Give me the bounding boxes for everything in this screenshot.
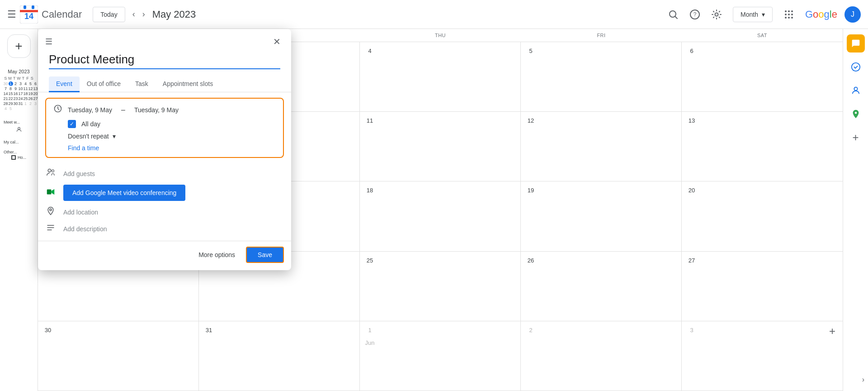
- tasks-check-icon[interactable]: [847, 58, 865, 76]
- holiday-cal-item[interactable]: Ho...: [8, 154, 30, 161]
- mini-day[interactable]: 30: [4, 81, 8, 86]
- mini-day[interactable]: 21: [4, 96, 8, 101]
- tab-appointment-slots[interactable]: Appointment slots: [156, 76, 220, 92]
- mini-day[interactable]: 12: [28, 86, 33, 91]
- tab-out-of-office[interactable]: Out of office: [80, 76, 128, 92]
- mini-day[interactable]: 26: [28, 96, 33, 101]
- day-number[interactable]: 1 Jun: [363, 324, 376, 337]
- day-number[interactable]: 25: [363, 254, 376, 267]
- prev-arrow-icon[interactable]: ‹: [129, 6, 139, 23]
- add-description-text[interactable]: Add description: [63, 225, 284, 233]
- scroll-right-icon[interactable]: ›: [862, 376, 864, 384]
- tab-event[interactable]: Event: [49, 76, 80, 92]
- mini-day[interactable]: 5: [28, 81, 33, 86]
- add-guests-text[interactable]: Add guests: [63, 170, 284, 177]
- mini-day[interactable]: 30: [14, 101, 18, 106]
- allday-checkbox[interactable]: [68, 120, 76, 128]
- settings-gear-icon[interactable]: [708, 5, 726, 24]
- add-location-text[interactable]: Add location: [63, 209, 284, 216]
- cal-cell-20[interactable]: 20: [682, 181, 843, 251]
- mini-day[interactable]: 15: [9, 91, 13, 96]
- cal-cell-13[interactable]: 13: [682, 112, 843, 181]
- add-event-plus-icon[interactable]: +: [829, 325, 835, 338]
- mini-day[interactable]: 14: [4, 91, 8, 96]
- mini-day[interactable]: 10: [19, 86, 23, 91]
- mini-day[interactable]: 23: [14, 96, 18, 101]
- cal-cell-12[interactable]: 12: [521, 112, 682, 181]
- mini-day[interactable]: 4: [24, 81, 28, 86]
- day-number[interactable]: 19: [524, 184, 537, 197]
- day-number[interactable]: 30: [42, 324, 54, 337]
- event-title-input[interactable]: Product Meeting: [49, 52, 280, 69]
- mini-day[interactable]: 16: [14, 91, 18, 96]
- add-widget-icon[interactable]: +: [847, 129, 865, 147]
- day-number[interactable]: 13: [685, 114, 698, 127]
- cal-cell-30[interactable]: 30: [38, 321, 199, 391]
- apps-grid-icon[interactable]: [780, 5, 798, 24]
- day-number[interactable]: 31: [203, 324, 215, 337]
- mini-day[interactable]: 2: [28, 101, 33, 106]
- mini-day[interactable]: 9: [14, 86, 18, 91]
- mini-day[interactable]: 11: [24, 86, 28, 91]
- modal-menu-icon[interactable]: ☰: [45, 37, 52, 47]
- next-arrow-icon[interactable]: ›: [139, 6, 149, 23]
- cal-cell-27[interactable]: 27: [682, 252, 843, 321]
- cal-cell-18[interactable]: 18: [360, 181, 521, 251]
- mini-day[interactable]: 6: [33, 81, 38, 86]
- mini-day[interactable]: 25: [24, 96, 28, 101]
- day-number[interactable]: 3: [685, 324, 698, 337]
- mini-day[interactable]: 31: [19, 101, 23, 106]
- view-selector[interactable]: Month ▾: [733, 7, 773, 22]
- date-start[interactable]: Tuesday, 9 May: [68, 106, 112, 114]
- chat-icon[interactable]: [847, 34, 865, 52]
- mini-day[interactable]: 29: [9, 101, 13, 106]
- today-button[interactable]: Today: [93, 7, 125, 22]
- day-number[interactable]: 26: [524, 254, 537, 267]
- hamburger-icon[interactable]: ☰: [7, 9, 16, 20]
- day-number[interactable]: 27: [685, 254, 698, 267]
- cal-cell-26[interactable]: 26: [521, 252, 682, 321]
- day-number[interactable]: 2: [524, 324, 537, 337]
- mini-day[interactable]: 4: [4, 106, 8, 111]
- cal-cell-5[interactable]: 5: [521, 42, 682, 111]
- day-number[interactable]: 6: [685, 45, 698, 57]
- mini-day[interactable]: 7: [4, 86, 8, 91]
- cal-cell-31[interactable]: 31: [199, 321, 360, 391]
- mini-day[interactable]: 3: [33, 101, 38, 106]
- contacts-icon[interactable]: [847, 81, 865, 100]
- day-number[interactable]: 4: [363, 45, 376, 57]
- mini-day[interactable]: 1: [24, 101, 28, 106]
- mini-day[interactable]: 22: [9, 96, 13, 101]
- day-number[interactable]: 18: [363, 184, 376, 197]
- cal-cell-jun2[interactable]: 2: [521, 321, 682, 391]
- find-time-link[interactable]: Find a time: [68, 144, 276, 152]
- mini-day[interactable]: 17: [19, 91, 23, 96]
- search-icon[interactable]: [664, 5, 682, 24]
- date-end[interactable]: Tuesday, 9 May: [134, 106, 179, 114]
- mini-day[interactable]: 28: [4, 101, 8, 106]
- cal-cell-25[interactable]: 25: [360, 252, 521, 321]
- mini-day[interactable]: 20: [33, 91, 38, 96]
- add-meet-button[interactable]: Add Google Meet video conferencing: [63, 185, 185, 201]
- day-number[interactable]: 11: [363, 114, 376, 127]
- cal-cell-jun1[interactable]: 1 Jun: [360, 321, 521, 391]
- cal-cell-11[interactable]: 11: [360, 112, 521, 181]
- mini-day[interactable]: 8: [9, 86, 13, 91]
- save-button[interactable]: Save: [246, 247, 284, 263]
- modal-close-button[interactable]: ✕: [269, 34, 284, 49]
- day-number[interactable]: 20: [685, 184, 698, 197]
- mini-day[interactable]: 5: [9, 106, 13, 111]
- mini-day[interactable]: 24: [19, 96, 23, 101]
- mini-day[interactable]: 18: [24, 91, 28, 96]
- mini-day[interactable]: 2: [14, 81, 18, 86]
- mini-day[interactable]: 19: [28, 91, 33, 96]
- day-number[interactable]: 12: [524, 114, 537, 127]
- cal-cell-6[interactable]: 6: [682, 42, 843, 111]
- create-event-button[interactable]: +: [7, 34, 31, 58]
- mini-day[interactable]: 27: [33, 96, 38, 101]
- day-number[interactable]: 5: [524, 45, 537, 57]
- help-icon[interactable]: ?: [686, 5, 704, 24]
- repeat-row[interactable]: Doesn't repeat ▾: [68, 133, 276, 140]
- meet-icon-row[interactable]: [12, 124, 26, 134]
- cal-cell-jun3[interactable]: 3 +: [682, 321, 843, 391]
